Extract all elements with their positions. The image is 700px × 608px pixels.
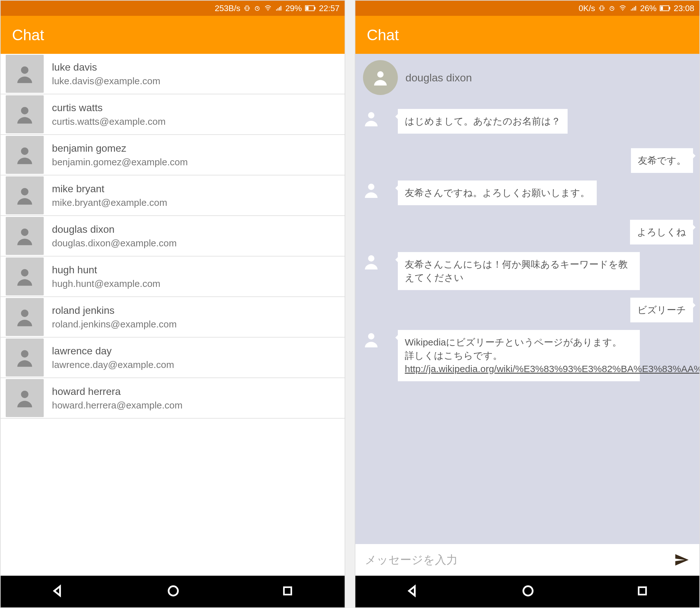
partner-name: douglas dixon: [405, 72, 472, 84]
contact-email: mike.bryant@example.com: [52, 197, 167, 208]
contact-row[interactable]: lawrence daylawrence.day@example.com: [1, 338, 345, 378]
wifi-icon: [619, 5, 627, 12]
contact-row[interactable]: roland jenkinsroland.jenkins@example.com: [1, 297, 345, 338]
svg-point-12: [21, 350, 28, 358]
svg-rect-3: [315, 7, 316, 10]
avatar: [6, 217, 44, 255]
avatar: [6, 298, 44, 336]
svg-point-26: [523, 586, 532, 595]
chat-screen: 0K/s 26% 23:08 Chat douglas dixon はじめまして…: [355, 0, 700, 608]
contact-name: luke davis: [52, 61, 160, 73]
avatar: [362, 180, 393, 212]
wifi-icon: [264, 5, 272, 12]
avatar: [362, 252, 393, 284]
contact-email: luke.davis@example.com: [52, 76, 160, 87]
back-button[interactable]: [406, 584, 420, 599]
message-text: ビズリーチ: [637, 305, 686, 315]
contact-row[interactable]: mike bryantmike.bryant@example.com: [1, 175, 345, 216]
incoming-message: はじめまして。あなたのお名前は？: [362, 109, 693, 140]
contact-name: hugh hunt: [52, 264, 160, 276]
contact-name: douglas dixon: [52, 224, 177, 235]
home-button[interactable]: [521, 584, 535, 599]
message-text: はじめまして。あなたのお名前は？: [405, 116, 561, 126]
svg-point-23: [368, 184, 374, 190]
avatar: [6, 55, 44, 93]
contact-row[interactable]: hugh hunthugh.hunt@example.com: [1, 256, 345, 297]
nav-bar: [355, 576, 699, 607]
chat-header: douglas dixon: [355, 54, 699, 101]
avatar: [6, 136, 44, 174]
recent-button[interactable]: [281, 585, 294, 598]
clock: 23:08: [674, 3, 694, 13]
svg-point-1: [268, 10, 269, 11]
contact-row[interactable]: luke davisluke.davis@example.com: [1, 54, 345, 94]
message-text: Wikipediaにビズリーチというページがあります。 詳しくはこちらです。: [405, 337, 622, 361]
svg-point-7: [21, 148, 28, 155]
net-speed: 0K/s: [579, 3, 595, 13]
avatar: [6, 95, 44, 133]
message-input[interactable]: [364, 553, 673, 567]
message-bubble: 友希です。: [631, 148, 693, 173]
battery-percent: 26%: [640, 3, 657, 13]
signal-icon: [275, 5, 282, 12]
message-text: 友希さんこんにちは！何か興味あるキーワードを教えてください: [405, 259, 628, 283]
contact-row[interactable]: howard herrerahoward.herrera@example.com: [1, 378, 345, 419]
svg-point-25: [368, 333, 374, 340]
contact-email: douglas.dixon@example.com: [52, 238, 177, 249]
contact-name: curtis watts: [52, 102, 166, 114]
svg-point-22: [368, 112, 374, 118]
status-bar: 253B/s 29% 22:57: [1, 1, 345, 16]
outgoing-message: ビズリーチ: [362, 298, 693, 322]
contact-email: lawrence.day@example.com: [52, 359, 174, 370]
clock: 22:57: [319, 3, 340, 13]
home-button[interactable]: [166, 584, 180, 599]
send-button[interactable]: [673, 551, 690, 569]
back-button[interactable]: [51, 584, 65, 599]
contact-email: curtis.watts@example.com: [52, 116, 166, 127]
contact-row[interactable]: benjamin gomezbenjamin.gomez@example.com: [1, 135, 345, 175]
avatar: [6, 258, 44, 296]
contact-row[interactable]: douglas dixondouglas.dixon@example.com: [1, 216, 345, 256]
outgoing-message: 友希です。: [362, 148, 693, 173]
message-bubble: 友希さんですね。よろしくお願いします。: [398, 180, 597, 205]
avatar: [363, 60, 398, 95]
svg-rect-20: [661, 6, 663, 10]
message-text: よろしくね: [637, 227, 686, 237]
app-title: Chat: [367, 26, 399, 44]
recent-button[interactable]: [636, 585, 649, 598]
contact-name: lawrence day: [52, 345, 174, 357]
incoming-message: 友希さんこんにちは！何か興味あるキーワードを教えてください: [362, 252, 693, 290]
send-icon: [674, 552, 689, 568]
contact-email: benjamin.gomez@example.com: [52, 157, 188, 168]
svg-point-5: [21, 66, 28, 74]
avatar: [6, 176, 44, 214]
outgoing-message: よろしくね: [362, 220, 693, 245]
battery-percent: 29%: [285, 3, 302, 13]
chat-body: douglas dixon はじめまして。あなたのお名前は？友希です。友希さんで…: [355, 54, 699, 544]
signal-icon: [630, 5, 637, 12]
contact-list[interactable]: luke davisluke.davis@example.comcurtis w…: [1, 54, 345, 576]
contact-email: roland.jenkins@example.com: [52, 319, 177, 330]
svg-point-14: [169, 586, 178, 595]
vibrate-icon: [598, 5, 605, 12]
svg-rect-15: [284, 587, 291, 594]
app-bar: Chat: [355, 16, 699, 54]
vibrate-icon: [244, 5, 250, 12]
contact-row[interactable]: curtis wattscurtis.watts@example.com: [1, 94, 345, 135]
svg-rect-27: [639, 587, 646, 594]
contact-email: howard.herrera@example.com: [52, 400, 183, 411]
message-link[interactable]: http://ja.wikipedia.org/wiki/%E3%83%93%E…: [405, 363, 699, 374]
svg-point-9: [21, 229, 28, 236]
svg-point-24: [368, 255, 374, 262]
svg-point-10: [21, 269, 28, 277]
contact-email: hugh.hunt@example.com: [52, 278, 160, 289]
avatar: [6, 339, 44, 377]
message-list[interactable]: はじめまして。あなたのお名前は？友希です。友希さんですね。よろしくお願いします。…: [355, 101, 699, 544]
incoming-message: Wikipediaにビズリーチというページがあります。 詳しくはこちらです。 h…: [362, 330, 693, 381]
contact-name: benjamin gomez: [52, 142, 188, 154]
battery-icon: [660, 5, 670, 11]
nav-bar: [1, 576, 345, 607]
message-bubble: はじめまして。あなたのお名前は？: [398, 109, 568, 134]
app-bar: Chat: [1, 16, 345, 54]
message-bubble: よろしくね: [630, 220, 693, 245]
